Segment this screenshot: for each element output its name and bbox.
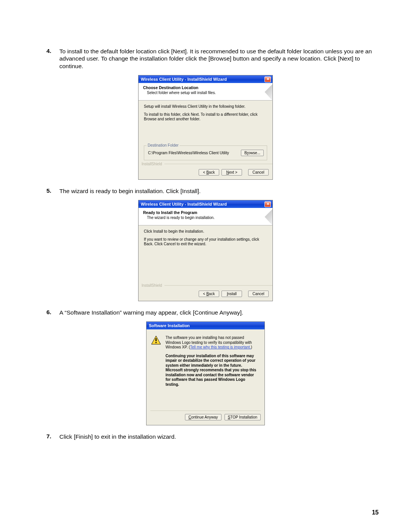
warning-text: The software you are installing has not … [166, 335, 259, 350]
destination-path: C:\Program Files\Wireless\Wireless Clien… [148, 151, 229, 155]
step-text: Click [Finish] to exit in the installati… [59, 433, 381, 440]
cancel-button[interactable]: Cancel [248, 291, 269, 297]
back-button[interactable]: < Back [199, 169, 219, 176]
dialog-text: Click Install to begin the installation. [144, 229, 267, 234]
warning-bold-text: Continuing your installation of this sof… [166, 354, 259, 387]
browse-button[interactable]: Browse... [241, 150, 264, 156]
dialog-heading: Choose Destination Location [143, 85, 269, 90]
window-title: Wireless Client Utility - InstallShield … [141, 77, 227, 81]
installshield-brand: InstallShield [142, 283, 162, 288]
page-number: 15 [372, 509, 379, 516]
continue-anyway-button[interactable]: Continue Anyway [185, 414, 221, 420]
step-number: 5. [46, 187, 59, 195]
dialog-subheading: Select folder where setup will install f… [147, 91, 269, 95]
step-number: 4. [46, 48, 59, 70]
cancel-button[interactable]: Cancel [248, 169, 269, 176]
group-legend: Destination Folder [147, 143, 180, 147]
dialog-text: To install to this folder, click Next. T… [144, 112, 267, 122]
titlebar[interactable]: Wireless Client Utility - InstallShield … [139, 200, 272, 208]
next-button[interactable]: Next > [221, 169, 242, 176]
titlebar[interactable]: Wireless Client Utility - InstallShield … [139, 75, 272, 83]
installshield-ready-dialog: Wireless Client Utility - InstallShield … [138, 200, 273, 301]
software-installation-warning-dialog: Software Installation The software you a… [146, 321, 265, 425]
dialog-text: If you want to review or change any of y… [144, 237, 267, 247]
installshield-brand: InstallShield [142, 162, 162, 166]
step-text: A “Software Installation” warning may ap… [59, 309, 381, 316]
svg-rect-2 [156, 342, 157, 343]
tell-me-why-link[interactable]: Tell me why this testing is important. [190, 345, 251, 349]
stop-installation-button[interactable]: STOP Installation [225, 414, 261, 420]
svg-rect-1 [156, 338, 157, 341]
dialog-text: Setup will install Wireless Client Utili… [144, 104, 267, 109]
installshield-destination-dialog: Wireless Client Utility - InstallShield … [138, 75, 273, 180]
step-number: 7. [46, 433, 59, 440]
warning-icon [151, 335, 161, 391]
step-text: To install to the default folder locatio… [59, 48, 381, 70]
step-text: The wizard is ready to begin installatio… [59, 187, 381, 195]
close-icon[interactable]: ✕ [264, 201, 271, 207]
window-title: Software Installation [149, 323, 190, 328]
close-icon[interactable]: ✕ [264, 77, 271, 82]
dialog-subheading: The wizard is ready to begin installatio… [147, 216, 269, 220]
dialog-heading: Ready to Install the Program [143, 210, 269, 215]
titlebar[interactable]: Software Installation [147, 322, 264, 329]
window-title: Wireless Client Utility - InstallShield … [141, 202, 227, 206]
install-button[interactable]: Install [221, 291, 242, 297]
destination-folder-group: Destination Folder C:\Program Files\Wire… [144, 145, 267, 160]
step-number: 6. [46, 309, 59, 316]
back-button[interactable]: < Back [199, 291, 219, 297]
